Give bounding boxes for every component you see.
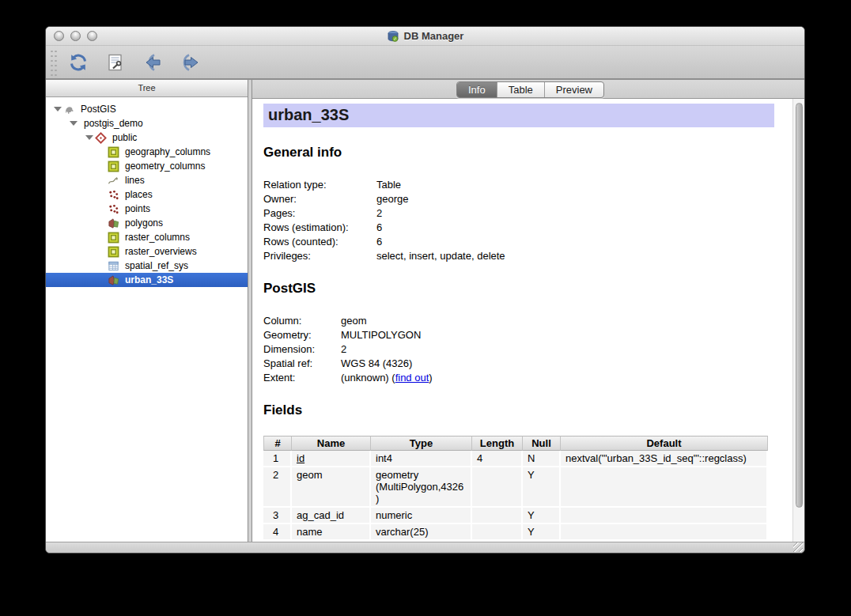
minimize-button[interactable]	[70, 31, 81, 41]
field-cell	[561, 467, 768, 508]
field-cell: N	[523, 451, 561, 467]
disclosure-triangle-icon[interactable]	[84, 135, 95, 140]
find-out-link[interactable]: find out	[395, 372, 429, 384]
tree-item-urban-33s-selected[interactable]: urban_33S	[46, 273, 248, 287]
column-header: Default	[561, 436, 768, 451]
field-cell: geom	[292, 467, 371, 508]
tree-item-label: raster_columns	[125, 232, 190, 243]
table-green-icon	[108, 161, 121, 172]
field-cell: name	[292, 524, 371, 541]
field-cell: geometry (MultiPolygon,4326)	[371, 467, 472, 508]
tree-item-label: lines	[125, 175, 145, 186]
postgis-info-list: Column:geom Geometry:MULTIPOLYGON Dimens…	[263, 314, 774, 385]
postgis-elephant-icon	[63, 104, 77, 115]
sql-window-icon	[106, 53, 125, 72]
def-label: Pages:	[263, 206, 376, 221]
schema-diamond-icon	[95, 132, 108, 144]
info-content: urban_33S General info Relation type:Tab…	[252, 99, 804, 542]
window-title-group: DB Manager	[46, 30, 804, 43]
window-title: DB Manager	[404, 30, 464, 42]
tree-item-raster-columns[interactable]: raster_columns	[46, 230, 248, 244]
tree-item-label: geography_columns	[125, 146, 210, 157]
def-label: Rows (counted):	[263, 235, 376, 249]
def-label: Dimension:	[263, 342, 341, 357]
def-value: select, insert, update, delete	[376, 249, 774, 263]
tree-item-label: public	[112, 132, 137, 143]
column-header: #	[263, 436, 292, 451]
tree-item-label: raster_overviews	[125, 246, 197, 257]
general-info-heading: General info	[263, 144, 774, 161]
primary-key-field: id	[297, 452, 304, 464]
scrollbar-thumb[interactable]	[796, 103, 803, 508]
def-label: Geometry:	[263, 328, 341, 342]
resize-grip-icon[interactable]	[793, 542, 803, 552]
def-value: 6	[376, 221, 774, 235]
def-value: WGS 84 (4326)	[341, 357, 774, 371]
refresh-icon	[68, 52, 89, 73]
field-cell: 3	[263, 508, 292, 524]
field-cell: numeric	[371, 508, 472, 524]
postgis-heading: PostGIS	[263, 280, 774, 297]
polygons-layer-icon	[108, 274, 121, 286]
import-layer-button[interactable]	[138, 48, 167, 77]
table-green-icon	[108, 146, 121, 158]
tree-item-label: PostGIS	[81, 104, 116, 115]
def-label: Spatial ref:	[263, 357, 341, 371]
tree-item-label: points	[125, 203, 150, 214]
close-button[interactable]	[54, 31, 64, 41]
field-cell	[472, 508, 523, 524]
toolbar	[46, 46, 804, 79]
tree-item-points[interactable]: points	[46, 202, 248, 216]
def-value: Table	[376, 178, 774, 192]
tree-item-raster-overviews[interactable]: raster_overviews	[46, 244, 248, 259]
tree-item-label: urban_33S	[125, 274, 173, 285]
export-to-file-button[interactable]	[176, 48, 204, 77]
tree-item-geometry-columns[interactable]: geometry_columns	[46, 159, 248, 173]
def-label: Owner:	[263, 192, 376, 206]
tree-panel-header: Tree	[46, 80, 248, 97]
extent-value: (unknown) (find out)	[341, 371, 774, 385]
detail-panel: Info Table Preview urban_33S General inf…	[252, 80, 804, 542]
disclosure-triangle-icon[interactable]	[68, 121, 79, 126]
zoom-button[interactable]	[87, 31, 97, 41]
tab-info[interactable]: Info	[457, 82, 497, 97]
tree-item-public[interactable]: public	[46, 130, 248, 145]
def-value: 2	[376, 206, 774, 221]
tab-table[interactable]: Table	[497, 82, 544, 97]
def-value: geom	[341, 314, 774, 328]
field-cell: Y	[523, 524, 561, 541]
tab-preview[interactable]: Preview	[544, 82, 603, 97]
export-to-file-icon	[180, 52, 200, 73]
def-value: george	[376, 192, 774, 206]
tree-item-postgis[interactable]: PostGIS	[46, 102, 248, 116]
tree-item-spatial-ref-sys[interactable]: spatial_ref_sys	[46, 259, 248, 273]
points-layer-icon	[108, 189, 121, 201]
tree-item-label: postgis_demo	[84, 118, 143, 129]
vertical-scrollbar[interactable]	[792, 99, 804, 542]
tree-item-lines[interactable]: lines	[46, 173, 248, 187]
def-value: 2	[341, 342, 774, 357]
tree-item-postgis-demo[interactable]: postgis_demo	[46, 116, 248, 130]
def-value: MULTIPOLYGON	[341, 328, 774, 342]
tree-item-places[interactable]: places	[46, 187, 248, 202]
field-cell: ag_cad_id	[292, 508, 371, 524]
title-bar[interactable]: DB Manager	[46, 27, 804, 46]
refresh-button[interactable]	[64, 48, 93, 77]
field-cell	[472, 467, 523, 508]
tree-item-geography-columns[interactable]: geography_columns	[46, 145, 248, 159]
tree-item-label: geometry_columns	[125, 161, 205, 172]
field-cell: 1	[263, 451, 292, 467]
field-cell	[472, 524, 523, 541]
db-manager-window: DB Manager	[45, 26, 805, 554]
sql-window-button[interactable]	[101, 48, 130, 77]
table-green-icon	[108, 246, 121, 258]
general-info-list: Relation type:Table Owner:george Pages:2…	[263, 178, 774, 263]
tree-item-polygons[interactable]: polygons	[46, 216, 248, 230]
toolbar-drag-handle[interactable]	[50, 49, 57, 76]
extent-prefix: (unknown) (	[341, 372, 395, 384]
disclosure-triangle-icon[interactable]	[52, 107, 63, 111]
tree-item-label: places	[125, 189, 153, 200]
column-header: Name	[292, 436, 371, 451]
def-label: Column:	[263, 314, 341, 328]
polygons-layer-icon	[108, 217, 121, 229]
